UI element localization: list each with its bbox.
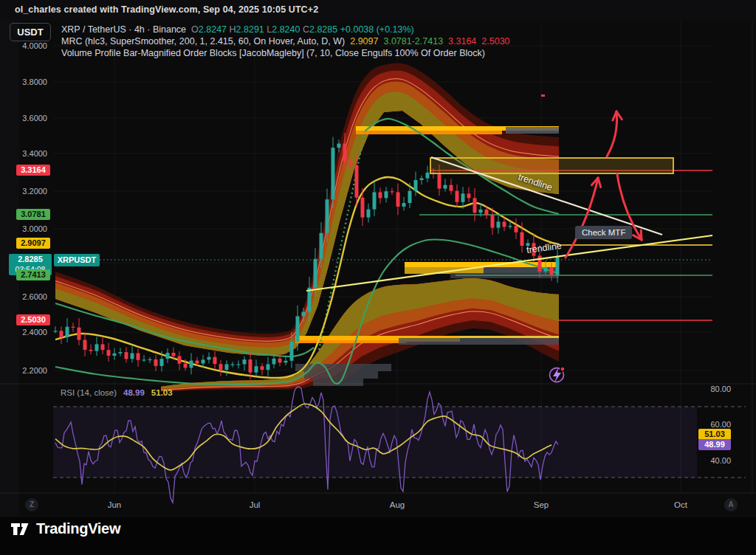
price-badge: 2.9097 — [16, 238, 50, 249]
rsi-tick-label: 40.00 — [694, 456, 731, 465]
rsi-tick-label: 80.00 — [694, 385, 731, 393]
price-badge: 2.5030 — [16, 314, 50, 325]
order-block-box[interactable] — [430, 158, 673, 173]
time-axis-label: Jun — [98, 500, 131, 509]
rsi-legend-row[interactable]: RSI (14, close) 48.99 51.03 — [61, 388, 173, 397]
tradingview-logo-icon — [10, 519, 30, 539]
price-tick-label: 4.0000 — [0, 41, 47, 50]
volume-profile-title: Volume Profile Bar-Magnified Order Block… — [61, 48, 485, 58]
check-mtf-callout[interactable]: Check MTF — [575, 226, 632, 239]
tradingview-chart-window: ol_charles created with TradingView.com,… — [0, 0, 756, 555]
price-tick-label: 2.4000 — [0, 328, 47, 337]
ohlc-readout: O2.8247 H2.8291 L2.8240 C2.8285 +0.0038 … — [191, 24, 414, 35]
price-badge: 3.3164 — [16, 165, 50, 176]
mrc-mean-value: 2.9097 — [350, 36, 378, 46]
time-axis-label: Jul — [238, 500, 271, 509]
price-tick-label: 3.0000 — [0, 224, 47, 233]
price-tick-label: 3.2000 — [0, 187, 47, 196]
mrc-title: MRC (hlc3, SuperSmoother, 200, 1, 2.415,… — [61, 36, 345, 46]
rsi-value: 48.99 — [123, 388, 145, 397]
rsi-badge: 48.99 — [698, 439, 731, 450]
mrc-r2-lower: 2.5030 — [481, 36, 509, 46]
mrc-r2-upper: 3.3164 — [448, 36, 476, 46]
symbol-tag: XRPUSDT — [54, 254, 100, 266]
time-axis-label: Aug — [381, 500, 413, 509]
chart-canvas[interactable] — [0, 0, 756, 555]
price-badge: 2.7413 — [16, 269, 50, 280]
price-tick-label: 3.4000 — [0, 149, 47, 158]
price-tick-label: 2.2000 — [0, 366, 47, 375]
scroll-right-button[interactable]: A — [724, 498, 738, 511]
tradingview-logo-text: TradingView — [36, 520, 120, 537]
price-tick-label: 3.6000 — [0, 114, 47, 123]
mrc-r1-range: 3.0781-2.7413 — [383, 36, 443, 46]
symbol-legend-row[interactable]: XRP / TetherUS · 4h · Binance O2.8247 H2… — [61, 24, 414, 35]
time-axis-label: Sep — [525, 500, 557, 509]
symbol-title: XRP / TetherUS · 4h · Binance — [61, 24, 186, 35]
lightning-icon[interactable] — [550, 367, 566, 382]
time-axis-label: Oct — [664, 500, 697, 509]
rsi-title: RSI (14, close) — [61, 388, 117, 397]
mrc-legend-row[interactable]: MRC (hlc3, SuperSmoother, 200, 1, 2.415,… — [61, 36, 510, 46]
currency-toggle-button[interactable]: USDT — [10, 23, 51, 41]
price-badge: 3.0781 — [16, 209, 50, 220]
rsi-badge: 51.03 — [698, 429, 731, 440]
price-tick-label: 3.8000 — [0, 77, 47, 86]
rsi-ma-value: 51.03 — [151, 388, 173, 397]
rsi-tick-label: 60.00 — [694, 420, 731, 429]
price-tick-label: 2.6000 — [0, 292, 47, 301]
tradingview-logo[interactable]: TradingView — [10, 519, 120, 539]
red-dot-mark — [541, 94, 545, 97]
volume-profile-legend-row[interactable]: Volume Profile Bar-Magnified Order Block… — [61, 48, 485, 58]
scroll-left-button[interactable]: Z — [25, 498, 38, 511]
